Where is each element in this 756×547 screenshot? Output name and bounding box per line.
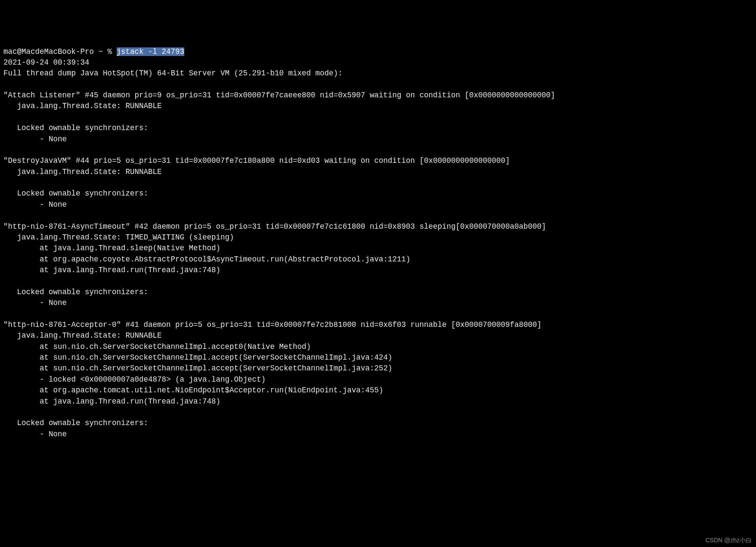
watermark-text: CSDN @zhz小白: [705, 536, 752, 544]
sync-item: - None: [3, 135, 67, 143]
sync-item: - None: [3, 430, 67, 438]
sync-item: - None: [3, 200, 67, 209]
thread-header: "Attach Listener" #45 daemon prio=9 os_p…: [3, 91, 555, 99]
terminal-output[interactable]: mac@MacdeMacBook-Pro ~ % jstack -l 24793…: [3, 47, 753, 440]
dump-header: Full thread dump Java HotSpot(TM) 64-Bit…: [3, 69, 343, 78]
command-text: jstack -l 24793: [117, 47, 185, 56]
stack-frame: at sun.nio.ch.ServerSocketChannelImpl.ac…: [3, 342, 311, 351]
sync-item: - None: [3, 298, 67, 307]
stack-frame: at java.lang.Thread.run(Thread.java:748): [3, 397, 220, 406]
sync-header: Locked ownable synchronizers:: [3, 124, 148, 132]
thread-header: "DestroyJavaVM" #44 prio=5 os_prio=31 ti…: [3, 156, 510, 165]
stack-frame: at sun.nio.ch.ServerSocketChannelImpl.ac…: [3, 364, 392, 373]
stack-frame: at java.lang.Thread.run(Thread.java:748): [3, 266, 220, 274]
sync-header: Locked ownable synchronizers:: [3, 419, 148, 427]
stack-frame: at java.lang.Thread.sleep(Native Method): [3, 244, 220, 252]
thread-state: java.lang.Thread.State: RUNNABLE: [3, 102, 162, 110]
thread-state: java.lang.Thread.State: TIMED_WAITING (s…: [3, 233, 234, 242]
thread-header: "http-nio-8761-AsyncTimeout" #42 daemon …: [3, 222, 546, 231]
stack-frame: at org.apache.tomcat.util.net.NioEndpoin…: [3, 386, 383, 395]
thread-state: java.lang.Thread.State: RUNNABLE: [3, 331, 162, 340]
timestamp-line: 2021-09-24 00:39:34: [3, 58, 90, 67]
sync-header: Locked ownable synchronizers:: [3, 288, 148, 296]
stack-frame: - locked <0x00000007a0de4878> (a java.la…: [3, 375, 266, 384]
sync-header: Locked ownable synchronizers:: [3, 189, 148, 198]
thread-state: java.lang.Thread.State: RUNNABLE: [3, 168, 162, 176]
shell-prompt: mac@MacdeMacBook-Pro ~ %: [3, 47, 117, 56]
stack-frame: at org.apache.coyote.AbstractProtocol$As…: [3, 255, 410, 264]
thread-header: "http-nio-8761-Acceptor-0" #41 daemon pr…: [3, 320, 542, 329]
stack-frame: at sun.nio.ch.ServerSocketChannelImpl.ac…: [3, 353, 392, 362]
